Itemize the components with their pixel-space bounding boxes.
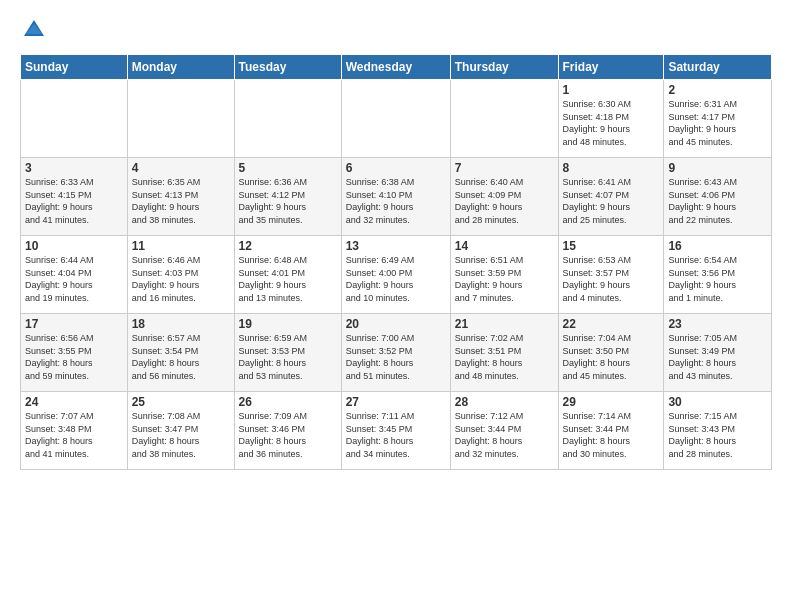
page: SundayMondayTuesdayWednesdayThursdayFrid… [0, 0, 792, 612]
calendar-cell [450, 80, 558, 158]
day-info: Sunrise: 7:05 AM Sunset: 3:49 PM Dayligh… [668, 332, 767, 382]
day-number: 3 [25, 161, 123, 175]
calendar-cell [127, 80, 234, 158]
day-info: Sunrise: 6:30 AM Sunset: 4:18 PM Dayligh… [563, 98, 660, 148]
calendar-cell: 27Sunrise: 7:11 AM Sunset: 3:45 PM Dayli… [341, 392, 450, 470]
day-number: 26 [239, 395, 337, 409]
calendar-cell: 10Sunrise: 6:44 AM Sunset: 4:04 PM Dayli… [21, 236, 128, 314]
day-info: Sunrise: 6:31 AM Sunset: 4:17 PM Dayligh… [668, 98, 767, 148]
calendar-cell: 23Sunrise: 7:05 AM Sunset: 3:49 PM Dayli… [664, 314, 772, 392]
day-number: 11 [132, 239, 230, 253]
day-number: 5 [239, 161, 337, 175]
day-info: Sunrise: 6:38 AM Sunset: 4:10 PM Dayligh… [346, 176, 446, 226]
calendar-cell: 2Sunrise: 6:31 AM Sunset: 4:17 PM Daylig… [664, 80, 772, 158]
calendar-header-wednesday: Wednesday [341, 55, 450, 80]
day-number: 12 [239, 239, 337, 253]
day-info: Sunrise: 7:00 AM Sunset: 3:52 PM Dayligh… [346, 332, 446, 382]
day-info: Sunrise: 6:56 AM Sunset: 3:55 PM Dayligh… [25, 332, 123, 382]
day-info: Sunrise: 6:40 AM Sunset: 4:09 PM Dayligh… [455, 176, 554, 226]
calendar-cell: 20Sunrise: 7:00 AM Sunset: 3:52 PM Dayli… [341, 314, 450, 392]
calendar-cell: 9Sunrise: 6:43 AM Sunset: 4:06 PM Daylig… [664, 158, 772, 236]
day-info: Sunrise: 7:04 AM Sunset: 3:50 PM Dayligh… [563, 332, 660, 382]
calendar-cell: 18Sunrise: 6:57 AM Sunset: 3:54 PM Dayli… [127, 314, 234, 392]
header [20, 16, 772, 44]
calendar-week-0: 1Sunrise: 6:30 AM Sunset: 4:18 PM Daylig… [21, 80, 772, 158]
calendar-cell: 6Sunrise: 6:38 AM Sunset: 4:10 PM Daylig… [341, 158, 450, 236]
day-info: Sunrise: 7:07 AM Sunset: 3:48 PM Dayligh… [25, 410, 123, 460]
calendar-header-saturday: Saturday [664, 55, 772, 80]
calendar-week-2: 10Sunrise: 6:44 AM Sunset: 4:04 PM Dayli… [21, 236, 772, 314]
day-info: Sunrise: 6:57 AM Sunset: 3:54 PM Dayligh… [132, 332, 230, 382]
calendar-cell: 12Sunrise: 6:48 AM Sunset: 4:01 PM Dayli… [234, 236, 341, 314]
day-info: Sunrise: 6:49 AM Sunset: 4:00 PM Dayligh… [346, 254, 446, 304]
calendar-cell: 28Sunrise: 7:12 AM Sunset: 3:44 PM Dayli… [450, 392, 558, 470]
day-number: 18 [132, 317, 230, 331]
day-number: 15 [563, 239, 660, 253]
day-info: Sunrise: 7:12 AM Sunset: 3:44 PM Dayligh… [455, 410, 554, 460]
calendar-cell: 1Sunrise: 6:30 AM Sunset: 4:18 PM Daylig… [558, 80, 664, 158]
day-info: Sunrise: 7:11 AM Sunset: 3:45 PM Dayligh… [346, 410, 446, 460]
day-number: 17 [25, 317, 123, 331]
day-number: 28 [455, 395, 554, 409]
calendar-cell: 25Sunrise: 7:08 AM Sunset: 3:47 PM Dayli… [127, 392, 234, 470]
day-info: Sunrise: 6:59 AM Sunset: 3:53 PM Dayligh… [239, 332, 337, 382]
calendar-cell: 3Sunrise: 6:33 AM Sunset: 4:15 PM Daylig… [21, 158, 128, 236]
day-number: 9 [668, 161, 767, 175]
day-info: Sunrise: 6:51 AM Sunset: 3:59 PM Dayligh… [455, 254, 554, 304]
calendar-header-sunday: Sunday [21, 55, 128, 80]
day-info: Sunrise: 7:09 AM Sunset: 3:46 PM Dayligh… [239, 410, 337, 460]
calendar-cell: 16Sunrise: 6:54 AM Sunset: 3:56 PM Dayli… [664, 236, 772, 314]
day-number: 19 [239, 317, 337, 331]
day-number: 2 [668, 83, 767, 97]
day-number: 13 [346, 239, 446, 253]
day-info: Sunrise: 6:43 AM Sunset: 4:06 PM Dayligh… [668, 176, 767, 226]
calendar-cell: 29Sunrise: 7:14 AM Sunset: 3:44 PM Dayli… [558, 392, 664, 470]
day-info: Sunrise: 6:36 AM Sunset: 4:12 PM Dayligh… [239, 176, 337, 226]
calendar-header-thursday: Thursday [450, 55, 558, 80]
day-number: 8 [563, 161, 660, 175]
day-number: 23 [668, 317, 767, 331]
day-number: 16 [668, 239, 767, 253]
calendar-cell: 4Sunrise: 6:35 AM Sunset: 4:13 PM Daylig… [127, 158, 234, 236]
calendar-cell: 24Sunrise: 7:07 AM Sunset: 3:48 PM Dayli… [21, 392, 128, 470]
day-info: Sunrise: 7:14 AM Sunset: 3:44 PM Dayligh… [563, 410, 660, 460]
day-number: 27 [346, 395, 446, 409]
calendar-cell: 11Sunrise: 6:46 AM Sunset: 4:03 PM Dayli… [127, 236, 234, 314]
day-number: 7 [455, 161, 554, 175]
calendar-cell: 13Sunrise: 6:49 AM Sunset: 4:00 PM Dayli… [341, 236, 450, 314]
day-number: 30 [668, 395, 767, 409]
day-info: Sunrise: 6:44 AM Sunset: 4:04 PM Dayligh… [25, 254, 123, 304]
calendar-cell: 8Sunrise: 6:41 AM Sunset: 4:07 PM Daylig… [558, 158, 664, 236]
calendar-cell: 15Sunrise: 6:53 AM Sunset: 3:57 PM Dayli… [558, 236, 664, 314]
calendar-week-3: 17Sunrise: 6:56 AM Sunset: 3:55 PM Dayli… [21, 314, 772, 392]
calendar-week-1: 3Sunrise: 6:33 AM Sunset: 4:15 PM Daylig… [21, 158, 772, 236]
calendar-cell: 7Sunrise: 6:40 AM Sunset: 4:09 PM Daylig… [450, 158, 558, 236]
calendar-table: SundayMondayTuesdayWednesdayThursdayFrid… [20, 54, 772, 470]
calendar-cell: 5Sunrise: 6:36 AM Sunset: 4:12 PM Daylig… [234, 158, 341, 236]
calendar-cell: 30Sunrise: 7:15 AM Sunset: 3:43 PM Dayli… [664, 392, 772, 470]
calendar-cell: 21Sunrise: 7:02 AM Sunset: 3:51 PM Dayli… [450, 314, 558, 392]
day-number: 6 [346, 161, 446, 175]
day-number: 21 [455, 317, 554, 331]
calendar-cell: 22Sunrise: 7:04 AM Sunset: 3:50 PM Dayli… [558, 314, 664, 392]
day-number: 29 [563, 395, 660, 409]
logo-icon [20, 16, 48, 44]
calendar-header-row: SundayMondayTuesdayWednesdayThursdayFrid… [21, 55, 772, 80]
logo [20, 16, 52, 44]
day-info: Sunrise: 6:54 AM Sunset: 3:56 PM Dayligh… [668, 254, 767, 304]
day-number: 20 [346, 317, 446, 331]
day-number: 24 [25, 395, 123, 409]
calendar-cell [341, 80, 450, 158]
calendar-cell: 14Sunrise: 6:51 AM Sunset: 3:59 PM Dayli… [450, 236, 558, 314]
day-number: 4 [132, 161, 230, 175]
calendar-header-monday: Monday [127, 55, 234, 80]
day-number: 1 [563, 83, 660, 97]
calendar-cell: 19Sunrise: 6:59 AM Sunset: 3:53 PM Dayli… [234, 314, 341, 392]
calendar-header-tuesday: Tuesday [234, 55, 341, 80]
calendar-cell: 17Sunrise: 6:56 AM Sunset: 3:55 PM Dayli… [21, 314, 128, 392]
day-number: 22 [563, 317, 660, 331]
day-info: Sunrise: 6:35 AM Sunset: 4:13 PM Dayligh… [132, 176, 230, 226]
day-info: Sunrise: 7:02 AM Sunset: 3:51 PM Dayligh… [455, 332, 554, 382]
calendar-header-friday: Friday [558, 55, 664, 80]
day-number: 25 [132, 395, 230, 409]
